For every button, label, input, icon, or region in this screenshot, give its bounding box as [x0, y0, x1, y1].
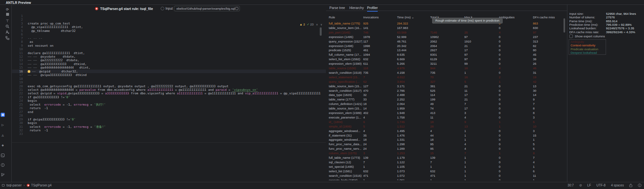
table-row[interactable]: expression (1495)197852.99910982970237	[326, 35, 565, 39]
table-row[interactable]: sql_clauses (12)71.1227104	[326, 160, 565, 165]
editor-line[interactable]: 10	[12, 47, 326, 51]
table-row[interactable]: func_proc_name_serv...241.28995405	[326, 146, 565, 151]
col-invocations[interactable]: Invocations	[363, 15, 396, 19]
line-ending[interactable]: LF	[587, 184, 591, 187]
table-row[interactable]: full_column_name (17...10948.63583019704…	[326, 52, 565, 57]
table-row[interactable]: select_list_elem (1592)6326.669612997038	[326, 57, 565, 61]
editor-line[interactable]: 27end	[12, 110, 326, 114]
refresh-icon[interactable]: ⟳	[4, 7, 11, 12]
editor-line[interactable]: 28	[12, 114, 326, 117]
table-row[interactable]: aggregate_windowed...181.33118101	[326, 137, 565, 142]
editor-line[interactable]: 26 return -1	[12, 106, 326, 110]
stripe-antlr-icon[interactable]: ◬	[1, 133, 5, 137]
table-row[interactable]: simple_id (1806)51.5122813110	[326, 124, 565, 129]
editor-line[interactable]: 20exec nb_com_getsysconfig @a11111111111…	[12, 84, 326, 88]
editor-line[interactable]: 17—— —— @vipa333333333333 dtkind	[12, 73, 326, 77]
col-rule[interactable]: Rule	[329, 15, 362, 19]
editor-line[interactable]: 15—— —— @a4444444444444444 dtint,	[12, 66, 326, 69]
next-problem-icon[interactable]: ∨	[320, 23, 322, 26]
input-radio[interactable]: Input	[161, 7, 173, 10]
file-encoding[interactable]: UTF-8	[596, 184, 605, 187]
editor-line[interactable]: 21select @a4444444444444444 = paravalue …	[12, 88, 326, 91]
no-wrap-icon[interactable]: ⊘	[579, 184, 582, 187]
search-icon[interactable]	[4, 24, 11, 30]
editor-line[interactable]: 32 return -1	[12, 128, 326, 132]
table-row[interactable]: full_table_name (1773)1391.179139107	[326, 156, 565, 160]
inspection-widget[interactable]: ▲ 2 ✓ 23 ∧ ∨	[299, 23, 322, 26]
table-row[interactable]: table_source_item (16...141167.9830830	[326, 26, 565, 30]
caret-position[interactable]: 30:7	[567, 184, 573, 187]
table-row[interactable]: query_specification (...623.8043275142	[326, 80, 565, 84]
table-row[interactable]: table_source_item (15...141.959741708	[326, 106, 565, 111]
table-row[interactable]: select_statement (15...74.0127016219	[326, 75, 565, 80]
editor-line[interactable]: 30begin	[12, 121, 326, 125]
input-file-field[interactable]: ebelice/Github/tsql-parser/examples/big.…	[174, 6, 240, 11]
editor-line[interactable]: 2	[12, 18, 326, 21]
prev-problem-icon[interactable]: ∧	[316, 23, 318, 26]
table-row[interactable]: predicate (1525)46113.444292717080	[326, 48, 565, 52]
table-row[interactable]: set_special (1485)11.1051101	[326, 165, 565, 169]
table-row[interactable]: search_condition (1516)4711.0724711011	[326, 174, 565, 178]
table-row[interactable]: expression_elem (1589)4021.948413308	[326, 111, 565, 115]
table-row[interactable]: search_condition (1519)7354.1587351031	[326, 71, 565, 75]
notifications-icon[interactable]	[638, 184, 641, 187]
profiler-person-icon[interactable]	[4, 30, 11, 35]
table-row[interactable]: column_elem (1575)31.25315718	[326, 151, 565, 156]
editor-line[interactable]: 3create proc up_com_test	[12, 22, 326, 25]
editor-line[interactable]: 18	[12, 77, 326, 80]
stripe-run-icon[interactable]: ▷	[1, 123, 5, 127]
editor-vertical-scrollbar[interactable]	[320, 27, 322, 36]
tab-parse-tree[interactable]: Parse tree	[329, 6, 345, 11]
editor-line[interactable]: 5 @p_tblname dtchar32	[12, 29, 326, 33]
stop-icon[interactable]	[4, 13, 11, 18]
stripe-antlr-preview-icon[interactable]: ▦	[1, 113, 5, 117]
sql-code-editor[interactable]: 123create proc up_com_test4 @p_vipa11111…	[12, 13, 326, 143]
editor-line[interactable]: 33	[12, 132, 326, 136]
table-row[interactable]: select_list (1581)6321.073632106	[326, 169, 565, 174]
table-row[interactable]: table_source (1536)1184.97694418446	[326, 66, 565, 71]
stripe-services-icon[interactable]: ❖	[1, 144, 5, 148]
indent-setting[interactable]: 4 spaces	[611, 184, 624, 187]
editor-line[interactable]: 9set nocount on	[12, 44, 326, 47]
table-row[interactable]: expression_elem (1590)6115.266321199026	[326, 61, 565, 66]
editor-line[interactable]: 19	[12, 80, 326, 84]
stripe-terminal-icon[interactable]	[1, 153, 5, 157]
table-row[interactable]: column_definition (1421)182.06449707	[326, 102, 565, 106]
table-scrollbar[interactable]	[564, 18, 565, 33]
stripe-problems-icon[interactable]	[1, 163, 5, 167]
breadcrumb[interactable]: tsql-parser›TSqlParser.g4	[2, 184, 52, 187]
editor-line[interactable]: 31 select errorcode = -1, errormsg = '准备…	[12, 125, 326, 128]
table-row[interactable]: if_statement (31)351.476441015	[326, 133, 565, 138]
editor-line[interactable]: 14—— —— @a333333333333 dtkind,	[12, 62, 326, 66]
table-row[interactable]: func_proc_name_data...241.29895405	[326, 142, 565, 146]
table-row[interactable]: execute_parameter (1...41.75811403	[326, 115, 565, 120]
table-row[interactable]: data_type (1829)322.48811417014	[326, 93, 565, 97]
editor-line[interactable]: 25 select errorcode = -1, errormsg = '执行…	[12, 103, 326, 106]
editor-line[interactable]: 23if @a333333333333 !='0'	[12, 95, 326, 99]
table-row[interactable]: query_expression (1527)11748.76120621910…	[326, 39, 565, 44]
col-dfa-cache-miss[interactable]: DFA cache miss	[533, 15, 564, 19]
editor-line[interactable]: 1	[12, 14, 326, 18]
col-ambiguities[interactable]: Ambiguities	[499, 15, 532, 19]
table-row[interactable]: expression (1498)199820.342206421082	[326, 44, 565, 48]
stripe-git-branch-icon[interactable]	[1, 173, 5, 177]
editor-line[interactable]: 22select @vipid = vipid,@vipa33333333333…	[12, 91, 326, 95]
table-row[interactable]: aggregate_windowed...41.4954103	[326, 129, 565, 133]
table-row[interactable]: execute_body (1804)11.0611101	[326, 178, 565, 181]
editor-line[interactable]: 6	[12, 33, 326, 36]
table-row[interactable]: table_source_item (15...1273.17138121013	[326, 84, 565, 89]
editor-line[interactable]: 8 as	[12, 40, 326, 43]
editor-line[interactable]: 7-- -- --	[12, 36, 326, 40]
structure-icon[interactable]	[4, 36, 11, 41]
table-row[interactable]: search_condition (1517)4702.78652511030	[326, 89, 565, 93]
editor-line[interactable]: 24begin	[12, 99, 326, 102]
editor-line[interactable]: 16—— @vipid dtchar32,	[12, 70, 326, 73]
table-row[interactable]: table_name (1777)332.2521992109	[326, 97, 565, 102]
tab-hierarchy[interactable]: Hierarchy	[349, 6, 364, 11]
tab-profiler[interactable]: Profiler	[367, 6, 378, 12]
table-row[interactable]: id_ (1804)61.74618916	[326, 120, 565, 124]
table-row[interactable]: join_part (1545)74663.569714625497	[326, 30, 565, 35]
col-time-sorted[interactable]: Time (ms) ⌄	[397, 15, 429, 19]
editor-line[interactable]: 11declare @a1111111111111 dtint,	[12, 51, 326, 55]
editor-line[interactable]: 13—— —— @a2222222222 dtdate,	[12, 58, 326, 62]
